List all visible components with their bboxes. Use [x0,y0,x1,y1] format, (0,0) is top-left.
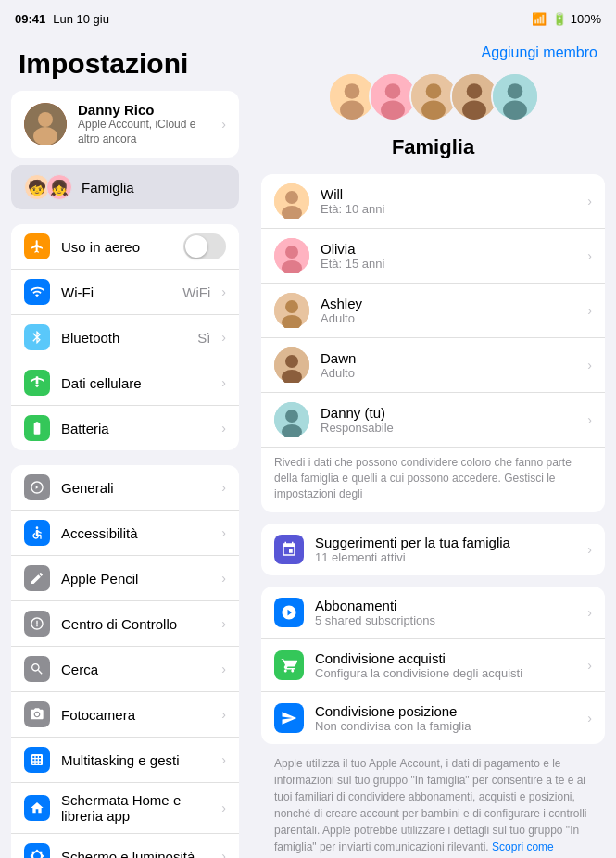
settings-item-dati-cellulare[interactable]: Dati cellulare › [11,360,239,406]
uso-in-aereo-toggle[interactable] [183,233,226,259]
danny-info: Danny (tu) Responsabile [321,405,576,435]
dawn-info: Dawn Adulto [321,350,576,380]
right-panel: Aggiungi membro Famiglia [250,33,616,858]
settings-item-uso-in-aereo[interactable]: Uso in aereo [11,224,239,270]
condivisione-posizione-item[interactable]: Condivisione posizione Non condivisa con… [261,692,605,744]
schermo-luminosita-label: Schermo e luminosità [61,849,210,858]
settings-item-fotocamera[interactable]: Fotocamera › [11,692,239,738]
svg-point-4 [36,527,39,530]
settings-item-wifi[interactable]: Wi-Fi WiFi › [11,270,239,315]
condivisione-acquisti-icon [274,650,304,680]
apple-pencil-icon [24,565,50,591]
generali-icon [24,474,50,500]
will-name: Will [321,186,576,202]
wifi-icon: 📶 [532,12,547,26]
privacy-note: Apple utilizza il tuo Apple Account, i d… [261,755,605,858]
family-description: Rivedi i dati che possono condividere co… [261,448,605,512]
settings-item-bluetooth[interactable]: Bluetooth Sì › [11,315,239,360]
settings-item-centro-controllo[interactable]: Centro di Controllo › [11,601,239,647]
abbonamenti-chevron: › [587,605,592,620]
wifi-label: Wi-Fi [61,284,171,300]
settings-item-generali[interactable]: Generali › [11,465,239,511]
accessibilita-label: Accessibilità [61,525,210,541]
condivisione-acquisti-item[interactable]: Condivisione acquisti Configura la condi… [261,639,605,692]
ashley-name: Ashley [321,296,576,311]
settings-item-schermo-luminosita[interactable]: Schermo e luminosità › [11,834,239,858]
danny-avatar [274,402,309,437]
svg-point-18 [507,83,522,99]
famiglia-item[interactable]: 🧒 👧 Famiglia [11,165,239,209]
svg-point-12 [425,83,441,99]
svg-point-13 [421,101,446,120]
settings-item-schermata-home[interactable]: Schermata Home e libreria app › [11,783,239,834]
will-role: Età: 10 anni [321,202,576,216]
olivia-name: Olivia [321,241,576,257]
wifi-value: WiFi [182,284,210,300]
ashley-chevron: › [587,303,592,318]
svg-point-33 [285,410,298,423]
danny-name: Danny (tu) [321,405,576,421]
uso-in-aereo-label: Uso in aereo [61,239,172,255]
settings-item-batteria[interactable]: Batteria › [11,406,239,450]
svg-point-1 [38,112,53,127]
dawn-avatar [274,347,309,383]
user-avatar [24,103,67,145]
settings-item-accessibilita[interactable]: Accessibilità › [11,511,239,556]
batteria-chevron: › [221,421,226,435]
settings-item-cerca[interactable]: Cerca › [11,647,239,692]
abbonamenti-title: Abbonamenti [315,598,576,613]
svg-point-15 [466,83,482,99]
svg-point-7 [340,101,364,120]
dati-cellulare-label: Dati cellulare [61,375,210,391]
abbonamenti-item[interactable]: Abbonamenti 5 shared subscriptions › [261,587,605,639]
danny-chevron: › [587,412,592,427]
condivisione-posizione-icon [274,703,304,733]
ashley-info: Ashley Adulto [321,296,576,325]
accessibilita-chevron: › [221,525,226,540]
services-card: Abbonamenti 5 shared subscriptions › Con… [261,587,605,744]
suggestions-chevron: › [587,542,592,557]
privacy-link[interactable]: Scopri come vengono gestiti i tuoi dati.… [274,840,554,858]
condivisione-acquisti-info: Condivisione acquisti Configura la condi… [315,650,576,680]
battery-icon: 🔋 100% [552,12,601,26]
svg-point-16 [462,101,486,120]
main-container: Impostazioni Danny Rico Apple Account, i… [0,33,616,858]
apple-pencil-label: Apple Pencil [61,571,210,587]
family-member-will[interactable]: Will Età: 10 anni › [261,174,605,229]
settings-item-apple-pencil[interactable]: Apple Pencil › [11,556,239,601]
will-avatar [274,183,309,219]
family-member-ashley[interactable]: Ashley Adulto › [261,284,605,338]
olivia-info: Olivia Età: 15 anni [321,241,576,271]
dawn-name: Dawn [321,350,576,366]
will-chevron: › [587,194,592,208]
suggestions-item[interactable]: Suggerimenti per la tua famiglia 11 elem… [261,524,605,575]
status-date: Lun 10 giu [53,12,109,26]
batteria-icon [24,415,50,441]
right-header: Aggiungi membro [250,33,616,72]
family-member-olivia[interactable]: Olivia Età: 15 anni › [261,229,605,284]
user-profile-card[interactable]: Danny Rico Apple Account, iCloud e altro… [11,91,239,158]
settings-item-multitasking[interactable]: Multitasking e gesti › [11,738,239,783]
suggestions-info: Suggerimenti per la tua famiglia 11 elem… [315,535,576,564]
abbonamenti-icon [274,598,304,627]
sidebar-title: Impostazioni [0,33,250,91]
centro-controllo-label: Centro di Controllo [61,616,210,632]
schermata-home-label: Schermata Home e libreria app [61,792,210,824]
svg-point-24 [285,246,298,259]
toggle-knob [185,235,207,258]
family-member-dawn[interactable]: Dawn Adulto › [261,338,605,393]
dati-cellulare-icon [24,370,50,396]
dawn-chevron: › [587,358,592,372]
multitasking-icon [24,747,50,773]
family-avatar-5 [491,72,539,120]
uso-in-aereo-icon [24,233,50,259]
family-member-danny[interactable]: Danny (tu) Responsabile › [261,393,605,448]
cerca-chevron: › [221,662,226,676]
dawn-role: Adulto [321,366,576,380]
apple-pencil-chevron: › [221,571,226,586]
add-member-button[interactable]: Aggiungi membro [482,44,597,61]
wifi-settings-icon [24,279,50,305]
user-info: Danny Rico Apple Account, iCloud e altro… [78,102,210,146]
mini-avatar-2: 👧 [46,174,72,200]
fotocamera-chevron: › [221,707,226,722]
